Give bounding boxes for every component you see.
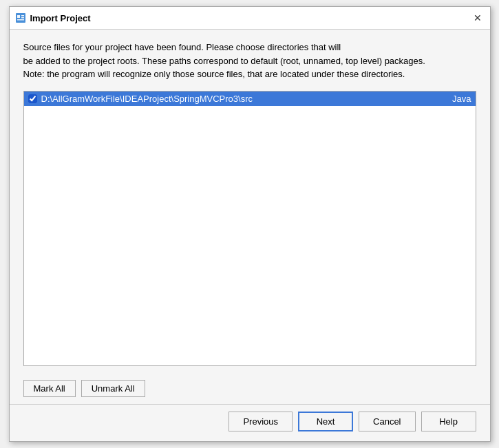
unmark-all-button[interactable]: Unmark All	[81, 380, 145, 397]
title-bar: Import Project ✕	[10, 7, 490, 30]
description-text: Source files for your project have been …	[23, 41, 476, 81]
dialog-icon	[15, 12, 26, 23]
import-project-dialog: Import Project ✕ Source files for your p…	[9, 6, 491, 442]
item-type: Java	[445, 94, 471, 104]
cancel-button[interactable]: Cancel	[359, 412, 415, 431]
content-area: Source files for your project have been …	[10, 30, 490, 374]
mark-buttons-section: Mark All Unmark All	[10, 374, 490, 400]
svg-rect-2	[21, 15, 24, 17]
item-path: D:\AllGramWorkFile\IDEAProject\SpringMVC…	[41, 94, 446, 104]
mark-all-button[interactable]: Mark All	[23, 380, 76, 397]
next-button[interactable]: Next	[298, 412, 353, 431]
title-bar-left: Import Project	[15, 12, 91, 23]
svg-rect-4	[17, 19, 24, 21]
close-button[interactable]: ✕	[471, 11, 485, 25]
svg-rect-1	[17, 15, 20, 18]
help-button[interactable]: Help	[421, 412, 476, 431]
source-directories-list[interactable]: D:\AllGramWorkFile\IDEAProject\SpringMVC…	[23, 91, 476, 366]
dialog-title: Import Project	[30, 13, 91, 23]
list-item[interactable]: D:\AllGramWorkFile\IDEAProject\SpringMVC…	[24, 92, 476, 106]
navigation-buttons: Previous Next Cancel Help	[10, 405, 490, 441]
svg-rect-3	[21, 17, 24, 19]
previous-button[interactable]: Previous	[229, 412, 293, 431]
item-checkbox[interactable]	[28, 94, 37, 103]
